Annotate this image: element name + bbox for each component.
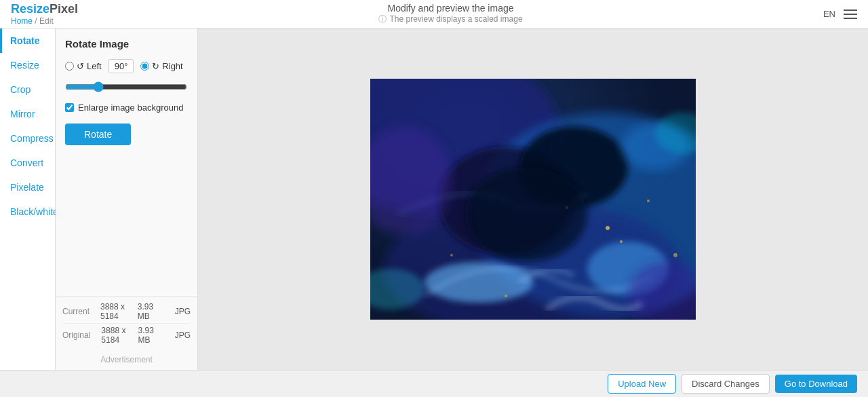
svg-point-13 <box>647 200 650 202</box>
svg-point-15 <box>450 254 453 257</box>
sidebar-item-compress[interactable]: Compress <box>0 126 55 151</box>
rotate-options: ↺ Left 90° ↻ Right <box>65 59 188 73</box>
discard-changes-button[interactable]: Discard Changes <box>682 374 770 394</box>
svg-point-11 <box>620 240 623 243</box>
rotation-slider[interactable] <box>65 81 187 92</box>
sidebar-item-mirror[interactable]: Mirror <box>0 102 55 126</box>
sidebar-item-rotate[interactable]: Rotate <box>0 29 55 53</box>
svg-point-16 <box>505 295 507 297</box>
slider-container <box>65 81 188 94</box>
header-center: Modify and preview the image ⓘThe previe… <box>378 3 522 25</box>
breadcrumb-edit: Edit <box>39 16 54 26</box>
upload-new-button[interactable]: Upload New <box>608 374 676 394</box>
hamburger-line2 <box>844 14 857 15</box>
degree-display: 90° <box>108 59 134 73</box>
logo-resize: Resize <box>11 2 50 16</box>
sidebar-item-blackwhite[interactable]: Black/white <box>0 200 55 224</box>
preview-image <box>370 79 696 320</box>
svg-point-14 <box>673 253 677 257</box>
original-label: Original <box>62 330 90 340</box>
radio-right-group[interactable]: ↻ Right <box>140 61 182 71</box>
sidebar-item-resize[interactable]: Resize <box>0 53 55 77</box>
left-label: Left <box>87 61 102 71</box>
original-size: 3.93 MB <box>138 326 164 345</box>
header-title: Modify and preview the image <box>378 3 522 14</box>
radio-left[interactable] <box>65 62 74 71</box>
svg-point-21 <box>465 167 587 262</box>
hamburger-line3 <box>844 18 857 19</box>
header-right: EN <box>823 9 857 19</box>
go-to-download-button[interactable]: Go to Download <box>775 375 857 393</box>
original-dimensions: 3888 x 5184 <box>101 326 127 345</box>
enlarge-checkbox[interactable] <box>65 103 74 112</box>
rotate-button[interactable]: Rotate <box>65 124 131 145</box>
hamburger-line1 <box>844 10 857 11</box>
svg-point-10 <box>606 226 610 230</box>
panel-content: Rotate Image ↺ Left 90° ↻ Right <box>56 29 197 297</box>
current-dimensions: 3888 x 5184 <box>100 302 127 321</box>
current-info-row: Current 3888 x 5184 3.93 MB JPG <box>62 300 191 324</box>
main-layout: Rotate Resize Crop Mirror Compress Conve… <box>0 29 868 370</box>
rotate-right-icon: ↻ <box>152 61 159 71</box>
panel-title: Rotate Image <box>65 38 188 50</box>
info-icon: ⓘ <box>378 14 387 24</box>
radio-left-group[interactable]: ↺ Left <box>65 61 102 71</box>
breadcrumb-home[interactable]: Home <box>11 16 33 26</box>
logo-area: ResizePixel Home / Edit <box>11 2 78 26</box>
panel-wrapper: Rotate Image ↺ Left 90° ↻ Right <box>56 29 198 370</box>
original-info-row: Original 3888 x 5184 3.93 MB JPG <box>62 324 191 347</box>
sidebar-item-convert[interactable]: Convert <box>0 151 55 175</box>
sidebar: Rotate Resize Crop Mirror Compress Conve… <box>0 29 56 370</box>
enlarge-label: Enlarge image background <box>78 102 183 113</box>
language-selector[interactable]: EN <box>823 9 835 19</box>
current-label: Current <box>62 307 90 316</box>
current-size: 3.93 MB <box>138 302 164 321</box>
logo-pixel: Pixel <box>50 2 78 16</box>
info-bar: Current 3888 x 5184 3.93 MB JPG Original… <box>56 297 197 349</box>
radio-right[interactable] <box>140 62 149 71</box>
hamburger-menu[interactable] <box>844 10 857 19</box>
right-label: Right <box>162 61 182 71</box>
sidebar-item-pixelate[interactable]: Pixelate <box>0 175 55 200</box>
image-area <box>198 29 868 370</box>
current-format: JPG <box>175 307 191 316</box>
header-subtitle: ⓘThe preview displays a scaled image <box>378 14 522 25</box>
header: ResizePixel Home / Edit Modify and previ… <box>0 0 868 29</box>
original-format: JPG <box>175 330 191 340</box>
logo: ResizePixel <box>11 2 78 16</box>
rotate-left-icon: ↺ <box>77 61 84 71</box>
sidebar-item-crop[interactable]: Crop <box>0 77 55 102</box>
advertisement-area: Advertisement <box>56 349 197 370</box>
breadcrumb: Home / Edit <box>11 16 78 26</box>
checkbox-row: Enlarge image background <box>65 102 188 113</box>
footer: Upload New Discard Changes Go to Downloa… <box>0 370 868 397</box>
